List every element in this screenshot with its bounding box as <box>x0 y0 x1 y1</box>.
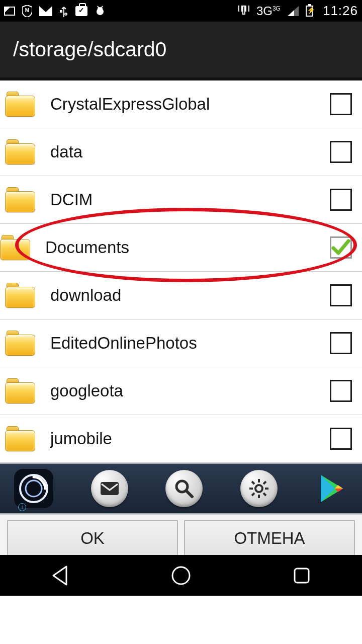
dialog-action-bar: OK ОТМЕНА <box>0 514 362 555</box>
android-debug-icon <box>95 6 106 17</box>
folder-icon <box>5 331 35 356</box>
select-checkbox[interactable] <box>330 189 352 211</box>
select-checkbox-checked[interactable] <box>330 236 352 259</box>
gmail-icon <box>39 6 52 16</box>
svg-line-4 <box>102 6 103 8</box>
svg-line-17 <box>263 481 266 484</box>
svg-line-9 <box>187 491 192 497</box>
folder-icon <box>5 283 35 308</box>
folder-icon <box>5 426 35 451</box>
ok-button[interactable]: OK <box>7 520 178 555</box>
folder-name-label: download <box>50 286 330 305</box>
current-path-label: /storage/sdcard0 <box>13 38 166 61</box>
nav-back-button[interactable] <box>49 565 71 587</box>
svg-point-10 <box>255 485 262 492</box>
status-right-icons: 3G3G 11:26 <box>238 3 358 19</box>
ad-info-icon[interactable]: i <box>18 503 26 511</box>
path-title-bar: /storage/sdcard0 <box>0 22 362 80</box>
vibrate-icon <box>238 6 249 17</box>
folder-name-label: jumobile <box>50 429 330 448</box>
ad-app-icon[interactable] <box>14 469 53 508</box>
ad-settings-icon[interactable] <box>240 470 278 507</box>
folder-icon <box>5 187 35 212</box>
select-checkbox[interactable] <box>330 332 352 354</box>
battery-charging-icon <box>306 6 313 17</box>
status-left-icons: M <box>4 5 238 17</box>
select-checkbox[interactable] <box>330 428 352 450</box>
briefcase-icon <box>75 6 87 16</box>
folder-row-editedonlinephotos[interactable]: EditedOnlinePhotos <box>0 319 362 367</box>
ad-play-store-icon[interactable] <box>315 472 348 505</box>
folder-row-download[interactable]: download <box>0 272 362 319</box>
ad-banner[interactable] <box>0 463 362 514</box>
svg-rect-20 <box>295 569 309 583</box>
svg-text:M: M <box>25 8 29 13</box>
folder-row-dcim[interactable]: DCIM <box>0 176 362 224</box>
folder-list[interactable]: CrystalExpressGlobal data DCIM Documents… <box>0 80 362 555</box>
nav-recent-button[interactable] <box>291 565 313 587</box>
select-checkbox[interactable] <box>330 380 352 402</box>
folder-icon <box>0 235 30 260</box>
nav-home-button[interactable] <box>170 565 192 587</box>
signal-strength-icon <box>288 6 299 16</box>
svg-rect-7 <box>101 482 119 495</box>
android-status-bar: M 3G3G 11:26 <box>0 0 362 22</box>
clock-label: 11:26 <box>323 3 358 19</box>
folder-row-documents[interactable]: Documents <box>0 224 362 272</box>
usb-icon <box>59 5 68 17</box>
cancel-button[interactable]: ОТМЕНА <box>184 520 355 555</box>
svg-line-16 <box>263 493 266 496</box>
folder-icon <box>5 92 35 117</box>
folder-name-label: DCIM <box>50 190 330 209</box>
svg-point-6 <box>26 480 42 497</box>
ad-mail-icon[interactable] <box>91 470 128 507</box>
folder-name-label: googleota <box>50 381 330 400</box>
svg-point-5 <box>20 475 47 502</box>
ad-search-icon[interactable] <box>165 470 203 507</box>
select-checkbox[interactable] <box>330 284 352 306</box>
folder-row-data[interactable]: data <box>0 128 362 176</box>
svg-line-3 <box>98 6 99 8</box>
folder-name-label: EditedOnlinePhotos <box>50 334 330 353</box>
svg-point-19 <box>172 567 190 584</box>
svg-line-15 <box>252 481 254 484</box>
folder-name-label: data <box>50 142 330 162</box>
select-checkbox[interactable] <box>330 141 352 163</box>
folder-name-label: CrystalExpressGlobal <box>50 95 330 114</box>
folder-row-jumobile[interactable]: jumobile <box>0 415 362 463</box>
svg-line-18 <box>252 493 254 496</box>
folder-row-crystalexpressglobal[interactable]: CrystalExpressGlobal <box>0 80 362 128</box>
android-nav-bar <box>0 555 362 596</box>
network-type-label: 3G3G <box>256 4 281 18</box>
folder-icon <box>5 139 35 165</box>
folder-name-label: Documents <box>45 238 330 257</box>
ad-banner-wrapper: i <box>0 463 362 514</box>
select-checkbox[interactable] <box>330 93 352 115</box>
image-notification-icon <box>4 7 15 16</box>
mcafee-shield-icon: M <box>22 5 32 17</box>
folder-row-googleota[interactable]: googleota <box>0 367 362 415</box>
folder-icon <box>5 378 35 404</box>
